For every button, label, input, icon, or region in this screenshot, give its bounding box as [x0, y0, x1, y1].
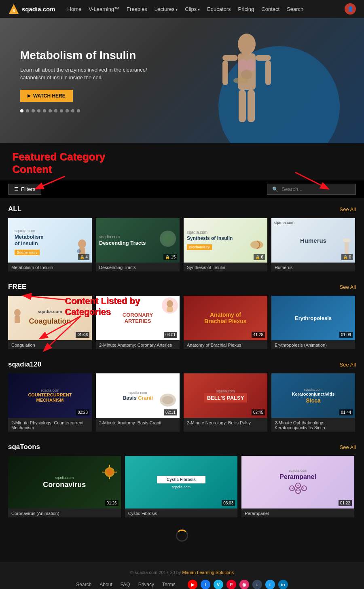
card-thumb-countercurrent: sqadia.com COUNTERCURRENTMECHANISM 02:28 [8, 373, 92, 418]
card-countercurrent[interactable]: sqadia.com COUNTERCURRENTMECHANISM 02:28… [8, 373, 92, 432]
hero-dot-7[interactable] [54, 109, 57, 112]
card-duration-coagulation: 01:03 [76, 332, 89, 338]
card-thumb-bells: sqadia.com BELL'S PALSY 02:45 [184, 373, 267, 418]
nav-pricing[interactable]: Pricing [238, 6, 254, 12]
card-duration-cystic: 03:03 [222, 500, 235, 506]
sqadia120-section-title: sqadia120 [8, 360, 41, 369]
search-input[interactable] [281, 186, 351, 192]
hero-dot-1[interactable] [20, 109, 23, 112]
hero-dot-2[interactable] [26, 109, 29, 112]
footer-link-privacy[interactable]: Privacy [138, 582, 154, 587]
nav-lectures[interactable]: Lectures [154, 6, 178, 12]
card-label-perampanel: Perampanel [241, 508, 354, 517]
svg-point-14 [78, 239, 86, 248]
svg-rect-9 [248, 90, 255, 122]
card-perampanel[interactable]: sqadia.com Perampanel [241, 456, 354, 517]
sqadia120-section: sqadia120 See All sqadia.com COUNTERCURR… [0, 353, 364, 436]
card-descending[interactable]: sqadia.com Descending Tracts 🔒 15 Descen… [96, 218, 180, 271]
card-synthesis[interactable]: sqadia.com Synthesis of Insulin Biochemi… [184, 218, 267, 271]
card-basis[interactable]: sqadia.com Basis Cranii 02:11 2-Minute A… [96, 373, 180, 432]
hero-banner: Metabolism of Insulin Learn all about th… [0, 18, 364, 143]
card-label-brachial: Anatomy of Brachial Plexus [184, 340, 267, 349]
free-see-all[interactable]: See All [340, 284, 356, 290]
social-linkedin[interactable]: in [278, 580, 288, 589]
nav-clips[interactable]: Clips [185, 6, 200, 12]
footer-link-about[interactable]: About [99, 582, 112, 587]
svg-point-30 [106, 469, 113, 475]
social-twitter[interactable]: t [265, 580, 275, 589]
card-bells[interactable]: sqadia.com BELL'S PALSY 02:45 2-Minute N… [184, 373, 267, 432]
svg-rect-7 [265, 61, 271, 85]
hero-dot-9[interactable] [66, 109, 69, 112]
nav-vlearning[interactable]: V-Learning™ [89, 6, 119, 12]
card-duration-bells: 02:45 [252, 409, 265, 415]
card-thumb-kerato: sqadia.com KeratoconjunctivitisSicca 01:… [271, 373, 355, 418]
free-cards-row: sqadia.com Coagulation 01:03 Coagulation [8, 296, 356, 349]
card-duration-perampanel: 01:22 [339, 500, 352, 506]
card-kerato[interactable]: sqadia.com KeratoconjunctivitisSicca 01:… [271, 373, 355, 432]
social-youtube[interactable]: ▶ [188, 580, 197, 589]
watch-here-button[interactable]: WATCH HERE [20, 90, 73, 102]
nav-contact[interactable]: Contact [261, 6, 279, 12]
hero-body-image [210, 30, 283, 143]
card-label-coagulation: Coagulation [8, 340, 92, 349]
social-tumblr[interactable]: t [252, 580, 262, 589]
svg-text:S: S [13, 8, 15, 13]
card-erythro[interactable]: Erythropoiesis 01:09 Erythropoiesis (Ani… [271, 296, 355, 349]
hero-dot-6[interactable] [49, 109, 52, 112]
free-section-title: FREE [8, 283, 26, 291]
nav-home[interactable]: Home [68, 6, 82, 12]
hero-dot-11[interactable] [77, 109, 80, 112]
card-label-basis: 2-Minute Anatomy: Basis Cranii [96, 418, 180, 427]
card-duration-coronary: 03:01 [164, 332, 177, 338]
footer-link-faq[interactable]: FAQ [121, 582, 130, 587]
logo[interactable]: S sqadia.com [8, 3, 55, 15]
card-thumb-coronavirus: sqadia.com Coronavirus 01:26 [8, 456, 121, 508]
svg-point-19 [250, 241, 263, 249]
social-vimeo[interactable]: V [214, 580, 223, 589]
card-num-humerus: 🔒 6 [341, 254, 353, 260]
social-pinterest[interactable]: P [226, 580, 236, 589]
card-duration-basis: 02:11 [164, 409, 177, 415]
nav-educators[interactable]: Educators [207, 6, 231, 12]
nav-search[interactable]: Search [287, 6, 303, 12]
footer-copy: © sqadia.com 2017-20 by Manan Learning S… [8, 570, 356, 575]
hero-dot-5[interactable] [43, 109, 46, 112]
card-coronary[interactable]: CORONARYARTERIES 03:01 2-Minute Anatomy:… [96, 296, 180, 349]
card-label-descending: Descending Tracts [96, 263, 180, 271]
footer: © sqadia.com 2017-20 by Manan Learning S… [0, 562, 364, 589]
card-metabolism[interactable]: sqadia.com Metabolismof Insulin Biochemi… [8, 218, 92, 271]
sqatoons-section-header: sqaToons See All [8, 443, 356, 451]
hero-dot-10[interactable] [71, 109, 74, 112]
card-brachial[interactable]: Anatomy ofBrachial Plexus 41:28 Anatomy … [184, 296, 267, 349]
card-cystic[interactable]: Cystic Fibrosis sqadia.com 03:03 Cystic … [125, 456, 238, 517]
hero-dot-8[interactable] [60, 109, 63, 112]
svg-rect-5 [256, 55, 271, 61]
card-humerus[interactable]: sqadia.com Humerus 🔒 6 Humerus [271, 218, 355, 271]
social-facebook[interactable]: f [201, 580, 210, 589]
svg-point-16 [77, 249, 81, 253]
nav-freebies[interactable]: Freebies [127, 6, 147, 12]
card-num-descending: 🔒 15 [163, 254, 177, 260]
sqatoons-section: sqaToons See All sqadia.com Coronavirus [0, 436, 364, 521]
card-label-metabolism: Metabolism of Insulin [8, 263, 92, 271]
card-coronavirus[interactable]: sqadia.com Coronavirus 01:26 Coronavirus… [8, 456, 121, 517]
nav-avatar[interactable]: 👤 [345, 3, 356, 15]
all-see-all[interactable]: See All [340, 206, 356, 212]
card-thumb-basis: sqadia.com Basis Cranii 02:11 [96, 373, 180, 418]
loading-spinner [0, 521, 364, 550]
social-instagram[interactable]: ◉ [239, 580, 249, 589]
sqadia120-see-all[interactable]: See All [340, 362, 356, 368]
sqatoons-see-all[interactable]: See All [340, 444, 356, 450]
free-section: FREE See All sqadia.com Coagulation [0, 275, 364, 353]
card-thumb-perampanel: sqadia.com Perampanel [241, 456, 354, 508]
card-coagulation[interactable]: sqadia.com Coagulation 01:03 Coagulation [8, 296, 92, 349]
filter-bar: Filters 🔍 [0, 180, 364, 198]
hero-dot-4[interactable] [37, 109, 40, 112]
footer-link-terms[interactable]: Terms [162, 582, 176, 587]
card-duration-erythro: 01:09 [339, 332, 353, 338]
filters-button[interactable]: Filters [8, 184, 41, 195]
footer-link-search[interactable]: Search [76, 582, 91, 587]
hero-dot-3[interactable] [32, 109, 35, 112]
card-label-countercurrent: 2-Minute Physiology: Countercurrent Mech… [8, 418, 92, 432]
